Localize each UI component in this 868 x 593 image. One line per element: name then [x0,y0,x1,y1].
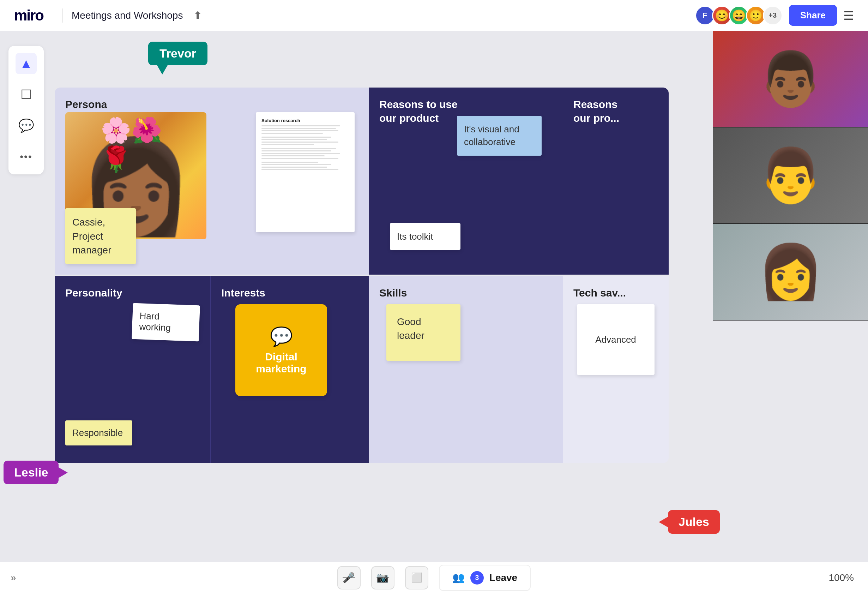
trevor-arrow [156,65,168,74]
mic-mute-icon: 🎤 [342,572,355,583]
trevor-cursor: Trevor [148,41,207,74]
advanced-sticky[interactable]: Advanced [577,304,654,375]
reasons-section: Reasons to use our product It's visual a… [369,87,563,275]
advanced-text: Advanced [595,334,636,345]
document-card[interactable]: Solution research [256,112,354,232]
board: Persona 🌸🌺🌹 👩🏾 Cassie,Projectmanager Sol… [55,87,669,463]
participants-icon: 👥 [452,572,465,583]
flower-crown: 🌸🌺🌹 [100,116,171,174]
nav-arrows[interactable]: » [10,572,16,583]
topbar: miro Meetings and Workshops ⬆ F 😊 😄 🙂 +3… [0,0,868,31]
toolkit-text: Its toolkit [397,231,433,242]
leave-button[interactable]: 👥 3 Leave [439,565,531,591]
techsav-section: Tech sav... Advanced [563,276,669,463]
leslie-label: Leslie [3,461,59,484]
bottom-controls: 🎤 📷 ⬜ 👥 3 Leave [337,565,531,591]
participant-count: 3 [470,571,484,584]
skills-title: Skills [379,286,552,300]
good-leader-sticky[interactable]: Good leader [386,304,461,361]
persona-section: Persona 🌸🌺🌹 👩🏾 Cassie,Projectmanager Sol… [55,87,369,275]
more-tools[interactable]: ••• [16,146,37,167]
sticky-note-tool[interactable]: ☐ [16,84,37,105]
screen-share-button[interactable]: ⬜ [405,566,428,590]
leave-label: Leave [489,572,517,583]
board-title[interactable]: Meetings and Workshops [72,10,183,21]
digital-marketing-text: Digital marketing [256,351,306,375]
visual-sticky[interactable]: It's visual and collaborative [457,116,542,156]
video-tile-2: 👨 [713,127,868,224]
jules-arrow [659,516,669,528]
leslie-cursor: Leslie [3,461,68,484]
trevor-label: Trevor [148,41,207,65]
topbar-divider [62,9,63,22]
topbar-right: F 😊 😄 🙂 +3 Share ☰ [695,5,854,26]
persona-name: Cassie,Projectmanager [72,217,112,255]
interests-section: Interests 💬 Digital marketing [210,276,369,463]
hardworking-text: Hard working [139,310,171,333]
good-leader-text: Good leader [397,316,424,341]
toolkit-sticky[interactable]: Its toolkit [390,223,461,250]
responsible-text: Responsible [72,427,123,438]
screen-share-icon: ⬜ [411,572,422,583]
persona-name-sticky[interactable]: Cassie,Projectmanager [65,208,136,264]
board-top-row: Persona 🌸🌺🌹 👩🏾 Cassie,Projectmanager Sol… [55,87,669,275]
sidebar: ▲ ☐ 💬 ••• [9,46,44,174]
persona-title: Persona [65,98,358,111]
menu-icon[interactable]: ☰ [843,9,854,22]
hardworking-sticky[interactable]: Hard working [131,303,200,342]
chat-card-icon: 💬 [270,326,293,348]
jules-label: Jules [668,510,720,534]
responsible-sticky[interactable]: Responsible [65,420,132,445]
avatar-plus[interactable]: +3 [763,6,782,25]
reasons2-title: Reasonsour pro... [573,98,658,125]
zoom-level: 100% [828,572,854,583]
video-mute-button[interactable]: 📷 [371,566,394,590]
personality-title: Personality [65,286,199,300]
visual-text: It's visual and collaborative [464,124,520,147]
video-bg-2: 👨 [713,127,868,223]
upload-icon[interactable]: ⬆ [193,9,202,22]
cursor-tool[interactable]: ▲ [16,53,37,74]
video-tile-3: 👩 [713,224,868,321]
jules-cursor: Jules [659,510,720,534]
avatar-group: F 😊 😄 🙂 +3 [695,6,782,25]
share-button[interactable]: Share [789,5,837,26]
skills-section: Skills Good leader [369,276,563,463]
techsav-title: Tech sav... [573,286,658,300]
video-mute-icon: 📷 [376,572,389,583]
leslie-arrow [58,467,68,478]
interests-title: Interests [221,286,358,300]
video-tile-1: 👨🏾 [713,31,868,127]
miro-logo: miro [14,7,43,24]
board-bottom-row: Personality Hard working Responsible Int… [55,276,669,463]
video-panel: 👨🏾 👨 👩 [713,31,868,321]
bottombar: » 🎤 📷 ⬜ 👥 3 Leave 100% [0,562,868,593]
mic-mute-button[interactable]: 🎤 [337,566,360,590]
digital-marketing-card[interactable]: 💬 Digital marketing [235,304,327,396]
doc-title: Solution research [261,118,349,123]
video-bg-3: 👩 [713,224,868,320]
reasons-section-2: Reasonsour pro... [563,87,669,275]
comment-tool[interactable]: 💬 [16,115,37,136]
personality-section: Personality Hard working Responsible [55,276,210,463]
video-bg-1: 👨🏾 [713,31,868,127]
